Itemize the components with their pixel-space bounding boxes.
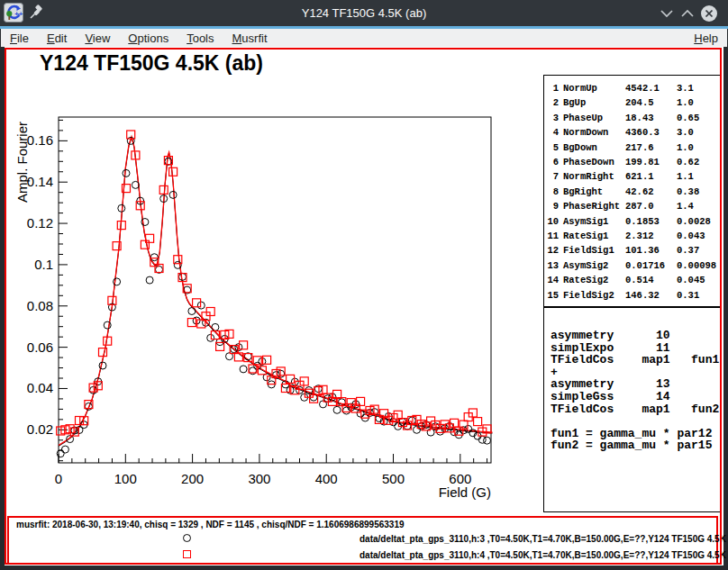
param-no: 11 xyxy=(547,229,559,243)
data-point-circle xyxy=(408,417,415,424)
param-val: 42.62 xyxy=(625,185,672,199)
param-err: 1.4 xyxy=(677,199,720,213)
legend-entry-h4: data/deltat_pta_gps_3110,h:4 ,T0=4.50K,T… xyxy=(9,549,716,560)
param-name: NormRight xyxy=(563,169,621,184)
param-name: BgRight xyxy=(563,185,621,199)
data-point-circle xyxy=(150,254,158,261)
data-point-circle xyxy=(212,323,219,330)
param-no: 6 xyxy=(547,155,559,169)
param-no: 4 xyxy=(547,125,559,140)
data-point-circle xyxy=(484,437,491,444)
param-val: 18.43 xyxy=(625,111,672,125)
square-marker-icon xyxy=(183,550,191,558)
x-tick-label: 200 xyxy=(181,471,204,486)
y-tick-label: 0.08 xyxy=(27,298,53,313)
param-no: 7 xyxy=(547,169,559,184)
data-point-square xyxy=(146,234,154,242)
y-tick-label: 0.16 xyxy=(27,132,53,148)
data-point-circle xyxy=(188,308,196,315)
param-name: RateSig2 xyxy=(563,273,621,287)
data-point-circle xyxy=(61,446,68,453)
param-no: 14 xyxy=(547,273,559,287)
param-name: AsymSig1 xyxy=(563,214,621,229)
param-val: 0.01716 xyxy=(625,258,672,273)
param-err: 0.65 xyxy=(677,111,720,125)
fit-status-text: musrfit: 2018-06-30, 13:19:40, chisq = 1… xyxy=(16,520,405,529)
data-point-circle xyxy=(207,334,214,341)
param-val: 2.312 xyxy=(625,229,672,243)
param-name: BgDown xyxy=(563,140,621,155)
param-val: 101.36 xyxy=(625,243,672,258)
param-name: PhaseRight xyxy=(563,199,621,213)
circle-marker-icon xyxy=(183,534,191,542)
x-tick-label: 0 xyxy=(55,471,62,486)
param-name: NormDown xyxy=(563,125,621,140)
param-no: 13 xyxy=(547,258,559,273)
data-point-circle xyxy=(123,169,130,176)
data-point-circle xyxy=(414,426,421,433)
data-point-square xyxy=(206,308,214,316)
x-tick-label: 500 xyxy=(382,471,405,486)
param-name: NormUp xyxy=(563,81,621,95)
plot-frame xyxy=(59,117,491,463)
param-name: FieldSig1 xyxy=(563,243,621,258)
param-val: 0.514 xyxy=(625,273,672,287)
param-name: AsymSig2 xyxy=(563,258,621,273)
param-val: 0.1853 xyxy=(625,214,672,229)
param-no: 9 xyxy=(547,199,559,213)
x-tick-label: 100 xyxy=(114,471,137,486)
param-err: 0.31 xyxy=(677,288,720,303)
data-point-square xyxy=(394,411,402,419)
y-tick-label: 0.06 xyxy=(27,339,53,355)
param-err: 0.00098 xyxy=(677,258,720,273)
y-tick-label: 0.12 xyxy=(27,215,53,231)
theory-pad[interactable]: asymmetry 10 simplExpo 11 TFieldCos map1… xyxy=(543,307,721,512)
data-point-square xyxy=(169,167,177,176)
data-point-square xyxy=(474,418,482,426)
param-name: PhaseUp xyxy=(563,111,621,125)
data-point-circle xyxy=(291,378,298,385)
param-err: 0.043 xyxy=(677,229,720,243)
param-val: 146.32 xyxy=(625,288,672,303)
info-pad[interactable]: musrfit: 2018-06-30, 13:19:40, chisq = 1… xyxy=(7,516,718,565)
param-no: 5 xyxy=(547,140,559,155)
y-axis-title: Ampl. Fourier xyxy=(14,122,30,203)
param-err: 3.0 xyxy=(677,125,720,140)
param-name: BgUp xyxy=(563,95,621,110)
param-err: 1.0 xyxy=(677,140,720,155)
param-no: 3 xyxy=(547,111,559,125)
param-no: 1 xyxy=(547,81,559,95)
data-point-circle xyxy=(114,278,121,285)
param-val: 204.5 xyxy=(625,95,672,110)
y-tick-label: 0.02 xyxy=(27,421,53,437)
legend-entry-h3: data/deltat_pta_gps_3110,h:3 ,T0=4.50K,T… xyxy=(9,533,716,544)
param-val: 4360.3 xyxy=(625,125,672,140)
data-point-circle xyxy=(104,321,111,329)
data-point-square xyxy=(240,341,248,349)
x-tick-label: 400 xyxy=(315,471,338,486)
fit-parameters-table: 1NormUp4542.13.12BgUp204.51.03PhaseUp18.… xyxy=(544,76,720,303)
param-err: 1.0 xyxy=(677,95,720,110)
fit-parameters-pad[interactable]: 1NormUp4542.13.12BgUp204.51.03PhaseUp18.… xyxy=(543,75,721,307)
data-point-circle xyxy=(343,407,350,414)
param-no: 10 xyxy=(547,214,559,229)
data-point-square xyxy=(187,319,196,327)
param-err: 0.62 xyxy=(677,155,720,169)
legend-label-h3: data/deltat_pta_gps_3110,h:3 ,T0=4.50K,T… xyxy=(359,534,728,544)
data-point-circle xyxy=(99,362,106,369)
fit-curve-red xyxy=(59,137,493,446)
x-tick-label: 300 xyxy=(248,471,270,486)
y-tick-label: 0.1 xyxy=(34,257,53,272)
param-val: 621.1 xyxy=(625,169,672,184)
data-point-circle xyxy=(57,450,64,457)
data-point-circle xyxy=(333,406,341,413)
data-point-circle xyxy=(169,191,177,198)
param-name: FieldSig2 xyxy=(563,288,621,303)
data-point-circle xyxy=(146,276,153,284)
param-err: 0.0028 xyxy=(677,214,720,229)
param-err: 0.38 xyxy=(677,185,720,199)
param-err: 0.37 xyxy=(677,243,720,258)
x-axis-title: Field (G) xyxy=(439,484,491,500)
data-point-square xyxy=(159,185,168,194)
param-err: 3.1 xyxy=(677,81,720,95)
